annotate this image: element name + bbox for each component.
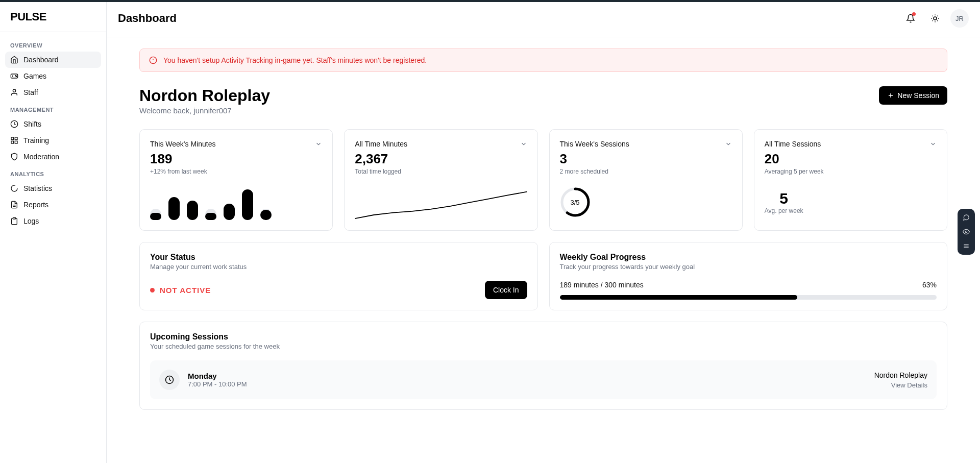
stat-label: All Time Minutes [355, 140, 407, 148]
status-text: NOT ACTIVE [160, 286, 211, 295]
status-card: Your Status Manage your current work sta… [139, 242, 538, 310]
header-title: Dashboard [118, 12, 177, 25]
shield-icon [10, 153, 18, 161]
theme-toggle[interactable] [926, 9, 944, 28]
sun-icon [930, 14, 940, 23]
user-avatar[interactable]: JR [950, 9, 969, 28]
goal-percent: 63% [922, 281, 937, 289]
stat-sub: +12% from last week [150, 168, 322, 175]
stat-label: All Time Sessions [765, 140, 821, 148]
clock-icon [159, 370, 180, 390]
nav-item-label: Moderation [23, 153, 59, 161]
widget-eye-button[interactable] [961, 227, 972, 236]
nav-item-label: Shifts [23, 120, 41, 128]
stat-label: This Week's Minutes [150, 140, 215, 148]
nav-item-label: Logs [23, 217, 39, 225]
sidebar-item-reports[interactable]: Reports [5, 197, 101, 213]
floating-widget [958, 209, 975, 255]
line-chart [355, 189, 527, 220]
session-time: 7:00 PM - 10:00 PM [188, 380, 247, 388]
gamepad-icon [10, 72, 18, 80]
avg-label: Avg. per week [765, 207, 803, 214]
stat-card: This Week's Sessions32 more scheduled3/5 [549, 129, 743, 231]
sidebar-item-games[interactable]: Games [5, 68, 101, 84]
nav-item-label: Dashboard [23, 56, 59, 64]
svg-rect-13 [13, 217, 15, 219]
session-row: Monday7:00 PM - 10:00 PMNordon RoleplayV… [150, 360, 937, 399]
nav-section-label: ANALYTICS [5, 165, 101, 180]
status-title: Your Status [150, 253, 527, 262]
session-day: Monday [188, 372, 247, 380]
avg-block: 5Avg. per week [765, 184, 803, 220]
nav-section-label: MANAGEMENT [5, 101, 101, 116]
svg-point-4 [16, 76, 16, 77]
chevron-down-icon[interactable] [315, 140, 322, 148]
svg-rect-8 [15, 137, 17, 140]
goal-progress-text: 189 minutes / 300 minutes [560, 281, 644, 289]
session-game: Nordon Roleplay [874, 371, 927, 379]
new-session-label: New Session [897, 91, 939, 100]
nav-item-label: Training [23, 136, 49, 144]
stat-value: 189 [150, 151, 322, 167]
alert-text: You haven't setup Activity Tracking in-g… [163, 56, 427, 64]
sidebar-item-training[interactable]: Training [5, 132, 101, 149]
stat-sub: 2 more scheduled [560, 168, 732, 175]
notifications-button[interactable] [901, 9, 920, 28]
widget-chat-button[interactable] [961, 213, 972, 222]
bars-chart [150, 184, 322, 220]
svg-rect-10 [11, 141, 14, 143]
svg-point-5 [13, 89, 15, 92]
home-icon [10, 56, 18, 64]
sidebar-item-shifts[interactable]: Shifts [5, 116, 101, 132]
goal-sub: Track your progress towards your weekly … [560, 263, 937, 271]
plus-icon [887, 92, 894, 99]
widget-menu-button[interactable] [961, 241, 972, 251]
status-dot-icon [150, 288, 155, 293]
header: Dashboard JR [107, 2, 980, 37]
goal-card: Weekly Goal Progress Track your progress… [549, 242, 948, 310]
stat-sub: Averaging 5 per week [765, 168, 937, 175]
user-icon [10, 88, 18, 96]
svg-point-14 [934, 17, 937, 20]
chevron-down-icon[interactable] [520, 140, 527, 148]
notification-dot [912, 12, 916, 16]
nav-item-label: Games [23, 72, 46, 80]
clock-icon [10, 120, 18, 128]
clock-in-button[interactable]: Clock In [485, 281, 527, 299]
status-sub: Manage your current work status [150, 263, 527, 271]
svg-point-23 [965, 231, 967, 233]
alert-icon [149, 56, 157, 64]
ring-chart: 3/5 [560, 187, 591, 217]
avg-number: 5 [779, 190, 788, 207]
warning-alert: You haven't setup Activity Tracking in-g… [139, 48, 947, 72]
upcoming-card: Upcoming Sessions Your scheduled game se… [139, 322, 947, 410]
sidebar-item-staff[interactable]: Staff [5, 84, 101, 101]
stat-value: 3 [560, 151, 732, 167]
sidebar-item-logs[interactable]: Logs [5, 213, 101, 229]
nav-section-label: OVERVIEW [5, 36, 101, 52]
chevron-down-icon[interactable] [929, 140, 937, 148]
page-subtitle: Welcome back, junnifer007 [139, 106, 270, 115]
brand-logo: PULSE [0, 2, 106, 32]
sidebar-item-moderation[interactable]: Moderation [5, 149, 101, 165]
chevron-down-icon[interactable] [725, 140, 732, 148]
upcoming-sub: Your scheduled game sessions for the wee… [150, 343, 937, 350]
sidebar: PULSE OVERVIEWDashboardGamesStaffMANAGEM… [0, 2, 107, 463]
sidebar-item-dashboard[interactable]: Dashboard [5, 52, 101, 68]
chart-icon [10, 184, 18, 192]
svg-rect-7 [11, 137, 14, 140]
stat-sub: Total time logged [355, 168, 527, 175]
view-details-link[interactable]: View Details [874, 381, 927, 389]
goal-progress-bar [560, 295, 937, 300]
sidebar-nav: OVERVIEWDashboardGamesStaffMANAGEMENTShi… [0, 32, 106, 233]
page-title: Nordon Roleplay [139, 86, 270, 105]
new-session-button[interactable]: New Session [879, 86, 947, 105]
grid-icon [10, 136, 18, 144]
stat-value: 20 [765, 151, 937, 167]
upcoming-title: Upcoming Sessions [150, 332, 937, 342]
stat-card: All Time Minutes2,367Total time logged [344, 129, 537, 231]
sidebar-item-statistics[interactable]: Statistics [5, 180, 101, 197]
svg-rect-9 [15, 141, 17, 143]
stat-card: All Time Sessions20Averaging 5 per week5… [754, 129, 947, 231]
nav-item-label: Staff [23, 88, 38, 96]
